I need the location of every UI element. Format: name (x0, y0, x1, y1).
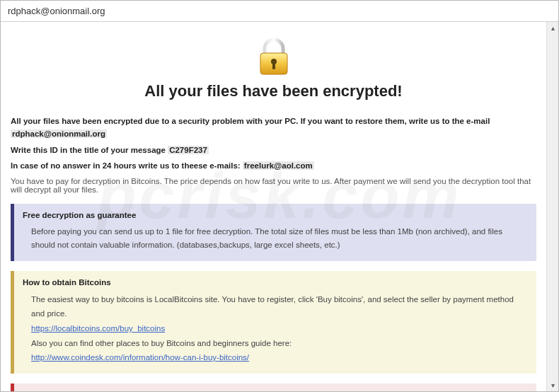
content-area: All your files have been encrypted! All … (1, 22, 546, 391)
content-wrapper: All your files have been encrypted! All … (1, 22, 558, 391)
scroll-down-arrow-icon[interactable]: ▾ (547, 379, 558, 391)
obtain-bitcoins-box: How to obtain Bitcoins The easiest way t… (11, 271, 536, 374)
page-heading: All your files have been encrypted! (11, 82, 536, 100)
contact-email-1: rdphack@onionmail.org (11, 129, 107, 138)
ransom-note-window: rdphack@onionmail.org (0, 0, 559, 392)
window-title: rdphack@onionmail.org (8, 6, 105, 16)
intro-line1-text: All your files have been encrypted due t… (11, 117, 490, 125)
attention-box: Attention! Do not rename encrypted files… (11, 384, 536, 391)
guarantee-box: Free decryption as guarantee Before payi… (11, 204, 536, 261)
obtain-line-1: The easiest way to buy bitcoins is Local… (31, 292, 526, 321)
obtain-title: How to obtain Bitcoins (23, 278, 526, 287)
intro-line-2: Write this ID in the title of your messa… (11, 144, 536, 156)
intro-line-1: All your files have been encrypted due t… (11, 115, 536, 141)
attention-title: Attention! (23, 391, 526, 391)
guarantee-title: Free decryption as guarantee (23, 211, 526, 219)
intro-line2-text: Write this ID in the title of your messa… (11, 146, 168, 154)
svg-rect-2 (272, 63, 275, 69)
intro-line3-text: In case of no answer in 24 hours write u… (11, 161, 243, 170)
obtain-line-2: Also you can find other places to buy Bi… (31, 336, 526, 351)
coindesk-link[interactable]: http://www.coindesk.com/information/how-… (31, 353, 249, 362)
guarantee-body: Before paying you can send us up to 1 fi… (31, 225, 526, 253)
vertical-scrollbar[interactable]: ▴ ▾ (546, 22, 558, 391)
intro-line-3: In case of no answer in 24 hours write u… (11, 159, 536, 172)
titlebar[interactable]: rdphack@onionmail.org (1, 1, 558, 22)
scroll-up-arrow-icon[interactable]: ▴ (547, 22, 558, 34)
obtain-body: The easiest way to buy bitcoins is Local… (31, 292, 526, 365)
localbitcoins-link[interactable]: https://localbitcoins.com/buy_bitcoins (31, 324, 165, 333)
payment-info-line: You have to pay for decryption in Bitcoi… (11, 177, 536, 194)
victim-id: C279F237 (168, 146, 209, 154)
contact-email-2: freelurk@aol.com (243, 161, 314, 170)
lock-icon (11, 38, 536, 76)
